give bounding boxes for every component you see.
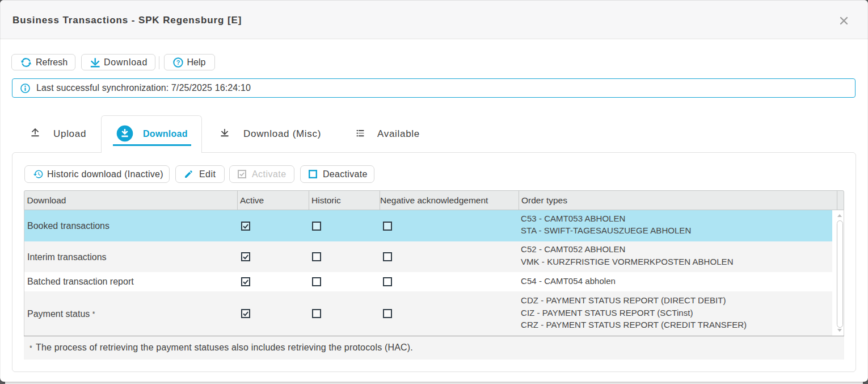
svg-text:?: ? (176, 59, 180, 65)
